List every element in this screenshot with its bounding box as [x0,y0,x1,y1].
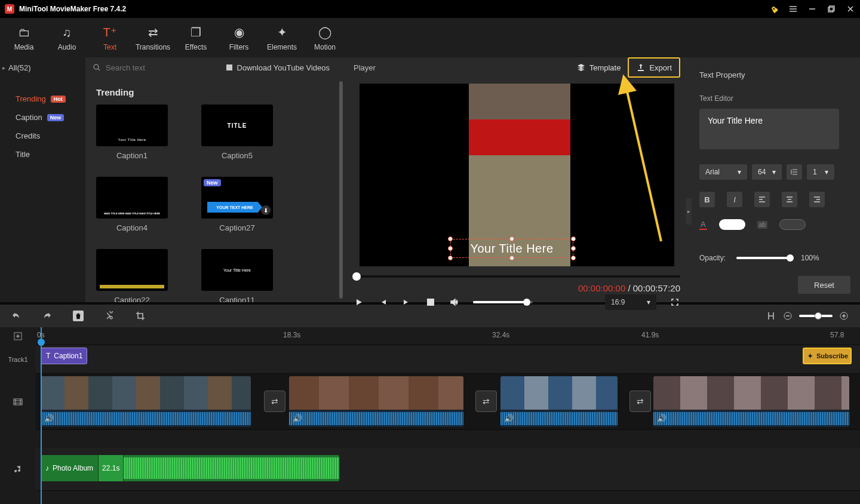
play-button[interactable] [354,297,364,308]
transition-2[interactable]: ⇄ [475,391,497,412]
category-title[interactable]: Title [0,145,85,164]
layers-icon: ❐ [191,24,201,41]
tab-transitions[interactable]: ⇄Transitions [131,20,174,55]
transition-3[interactable]: ⇄ [629,391,651,412]
zoom-out-button[interactable] [782,311,793,321]
text-track[interactable]: T Caption1 ✦ Subscribe [36,345,860,374]
time-ruler[interactable]: 0s 18.3s 32.4s 41.9s 57.8 [36,327,860,345]
template-button[interactable]: Template [569,59,628,76]
track1-label: Track1 [0,345,36,374]
audio-track[interactable]: ♪Photo Album 22.1s [36,448,860,491]
download-preset-icon[interactable]: ⬇ [261,205,271,215]
reset-button[interactable]: Reset [798,276,850,294]
transition-placeholder-1[interactable]: ⇄ [264,391,285,412]
caption-clip[interactable]: T Caption1 [41,348,87,364]
redo-button[interactable] [42,311,53,321]
zoom-slider[interactable] [799,315,833,317]
all-filter-button[interactable]: All(52) [0,57,85,78]
preset-caption4[interactable]: MAIN TITLE HERE MAIN TITLE MAIN TITLE HE… [96,177,168,232]
tab-elements[interactable]: ✦Elements [260,20,303,55]
prev-frame-button[interactable] [377,297,388,308]
tab-media[interactable]: 🗀Media [2,20,45,55]
search-bar: Download YouTube Videos [85,57,344,78]
undo-button[interactable] [11,311,22,321]
video-clip-3[interactable]: 🔊 [500,376,618,427]
new-badge: New [47,114,64,121]
category-credits[interactable]: Credits [0,127,85,145]
font-select[interactable]: Arial▾ [699,164,747,180]
italic-button[interactable]: I [727,192,742,207]
font-size-select[interactable]: 64▾ [752,164,782,180]
align-center-button[interactable] [782,192,797,207]
align-right-button[interactable] [809,192,825,207]
menu-icon[interactable] [788,4,798,14]
category-trending[interactable]: TrendingHot [0,90,85,108]
download-videos-link[interactable]: Download YouTube Videos [225,63,337,72]
preset-caption1[interactable]: Your Title Here Caption1 [96,105,168,160]
preview-canvas[interactable]: Your Title Here [360,84,674,266]
crop-button[interactable] [135,311,146,321]
video-clip-2[interactable]: 🔊 [289,376,463,427]
text-clip-icon: T [46,352,50,360]
add-track-button[interactable] [0,327,36,345]
line-spacing-icon [787,164,802,180]
opacity-label: Opacity: [699,254,726,262]
delete-button[interactable] [73,311,84,321]
window-minimize-icon[interactable] [807,4,817,14]
chevron-down-icon: ▾ [647,298,650,306]
scrubber-handle[interactable] [352,272,361,281]
swap-icon: ⇄ [148,24,158,41]
opacity-slider[interactable] [736,257,790,259]
fullscreen-button[interactable] [669,297,680,308]
preset-caption27[interactable]: New YOUR TEXT HERE ⬇ Caption27 [201,177,273,232]
playhead[interactable] [41,327,42,504]
text-overlay[interactable]: Your Title Here [448,236,576,260]
svg-rect-4 [427,299,434,306]
upgrade-icon[interactable] [769,4,779,14]
clip-audio-icon: 🔊 [657,414,666,423]
tab-effects[interactable]: ❐Effects [174,20,217,55]
collapse-panel-button[interactable]: ▸ [686,198,692,225]
subscribe-clip[interactable]: ✦ Subscribe [803,348,852,364]
timecode: 00:00:00:00 / 00:00:57:20 [354,283,680,293]
text-content-input[interactable] [699,109,839,149]
video-clip-4[interactable]: 🔊 [653,376,849,427]
preset-caption5[interactable]: TITLE Caption5 [201,105,273,160]
export-button[interactable]: Export [628,57,680,78]
line-spacing-select[interactable]: 1▾ [807,164,834,180]
tab-audio[interactable]: ♫Audio [45,20,88,55]
video-clip-1[interactable]: 🔊 [41,376,251,427]
volume-icon[interactable] [449,297,460,308]
preset-caption11[interactable]: Your Title Here Caption11 [201,249,273,302]
stop-button[interactable] [425,297,436,308]
window-maximize-icon[interactable] [827,4,836,14]
search-input[interactable] [106,63,206,72]
tab-filters[interactable]: ◉Filters [217,20,260,55]
align-left-button[interactable] [754,192,770,207]
svg-rect-0 [828,7,833,12]
scrubber[interactable] [354,272,680,281]
text-editor-label: Text Editor [699,94,850,103]
hot-badge: Hot [51,96,66,103]
zoom-in-button[interactable] [838,311,849,321]
overlap-icon: ◉ [234,24,244,41]
next-frame-button[interactable] [401,297,412,308]
svg-point-2 [94,64,99,69]
window-close-icon[interactable] [846,4,855,14]
volume-slider[interactable] [473,301,533,303]
preset-caption22[interactable]: Caption22 [96,249,168,302]
bold-button[interactable]: B [699,192,715,207]
aspect-select[interactable]: 16:9▾ [605,294,656,310]
split-button[interactable] [104,311,115,321]
tab-motion[interactable]: ◯Motion [303,20,346,55]
video-track[interactable]: 🔊 🔊 🔊 🔊 ⇄ ⇄ ⇄ [36,374,860,430]
font-color-swatch[interactable] [719,219,745,230]
grid-scrollbar[interactable] [339,81,343,299]
category-caption[interactable]: CaptionNew [0,108,85,127]
highlight-color-swatch[interactable] [779,219,806,230]
motion-icon: ◯ [318,24,331,41]
audio-clip[interactable]: ♪Photo Album 22.1s [41,455,339,481]
snap-toggle-icon[interactable] [766,311,776,321]
sparkle-icon: ✦ [807,352,813,360]
tab-text[interactable]: T⁺Text [88,20,131,55]
